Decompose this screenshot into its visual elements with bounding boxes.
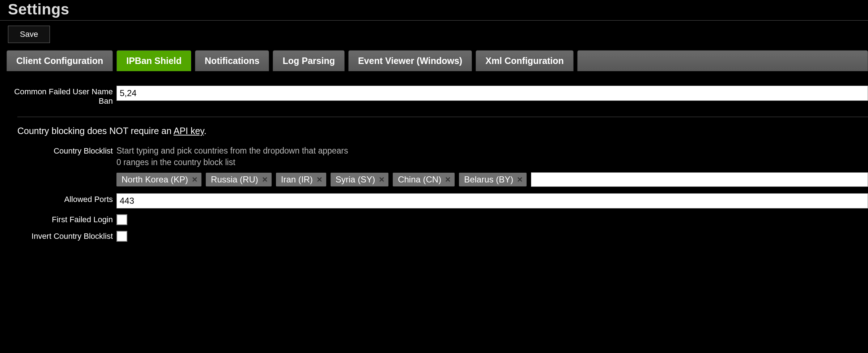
country-tag: Iran (IR) ✕ bbox=[276, 173, 326, 186]
remove-country-icon[interactable]: ✕ bbox=[316, 175, 323, 184]
save-button[interactable]: Save bbox=[8, 26, 50, 43]
tab-log-parsing[interactable]: Log Parsing bbox=[273, 50, 344, 71]
country-blocklist-tags: North Korea (KP) ✕ Russia (RU) ✕ Iran (I… bbox=[116, 172, 868, 187]
country-tag-label: Iran (IR) bbox=[281, 175, 313, 185]
remove-country-icon[interactable]: ✕ bbox=[262, 175, 268, 184]
common-failed-username-ban-label: Common Failed User Name Ban bbox=[0, 86, 116, 106]
tabs-bar: Client Configuration IPBan Shield Notifi… bbox=[7, 50, 868, 71]
tab-event-viewer[interactable]: Event Viewer (Windows) bbox=[348, 50, 472, 71]
common-failed-username-ban-input[interactable] bbox=[116, 86, 868, 101]
remove-country-icon[interactable]: ✕ bbox=[517, 175, 523, 184]
country-blocking-info: Country blocking does NOT require an API… bbox=[17, 126, 868, 136]
remove-country-icon[interactable]: ✕ bbox=[379, 175, 385, 184]
country-blocking-info-suffix: . bbox=[204, 126, 207, 136]
country-blocklist-hint-2: 0 ranges in the country block list bbox=[116, 156, 868, 168]
tab-xml-configuration[interactable]: Xml Configuration bbox=[476, 50, 574, 71]
country-blocklist-label: Country Blocklist bbox=[0, 145, 116, 156]
allowed-ports-label: Allowed Ports bbox=[0, 193, 116, 204]
country-tag: Belarus (BY) ✕ bbox=[459, 173, 527, 186]
api-key-link[interactable]: API key bbox=[174, 126, 204, 136]
country-tag-label: Syria (SY) bbox=[336, 175, 375, 185]
country-blocklist-hint-1: Start typing and pick countries from the… bbox=[116, 145, 868, 156]
invert-country-blocklist-checkbox[interactable] bbox=[116, 231, 127, 242]
country-tag-label: North Korea (KP) bbox=[122, 175, 188, 185]
remove-country-icon[interactable]: ✕ bbox=[445, 175, 451, 184]
tab-content: Common Failed User Name Ban Country bloc… bbox=[0, 71, 868, 242]
page-title: Settings bbox=[0, 0, 868, 20]
tab-ipban-shield[interactable]: IPBan Shield bbox=[116, 50, 191, 71]
country-tag: Russia (RU) ✕ bbox=[206, 173, 272, 186]
tab-notifications[interactable]: Notifications bbox=[195, 50, 269, 71]
country-blocklist-input[interactable] bbox=[531, 172, 868, 187]
allowed-ports-input[interactable] bbox=[116, 193, 868, 208]
country-tag-label: Russia (RU) bbox=[211, 175, 258, 185]
country-tag: Syria (SY) ✕ bbox=[331, 173, 388, 186]
first-failed-login-label: First Failed Login bbox=[0, 214, 116, 224]
country-tag: North Korea (KP) ✕ bbox=[116, 173, 201, 186]
country-tag-label: Belarus (BY) bbox=[464, 175, 513, 185]
country-blocking-info-text: Country blocking does NOT require an bbox=[17, 126, 174, 136]
remove-country-icon[interactable]: ✕ bbox=[192, 175, 198, 184]
country-tag-label: China (CN) bbox=[398, 175, 441, 185]
title-divider bbox=[0, 20, 868, 21]
section-divider bbox=[17, 117, 868, 117]
country-tag: China (CN) ✕ bbox=[393, 173, 455, 186]
tabs-tail bbox=[577, 50, 868, 71]
invert-country-blocklist-label: Invert Country Blocklist bbox=[0, 230, 116, 241]
tab-client-configuration[interactable]: Client Configuration bbox=[7, 50, 113, 71]
first-failed-login-checkbox[interactable] bbox=[116, 214, 127, 225]
